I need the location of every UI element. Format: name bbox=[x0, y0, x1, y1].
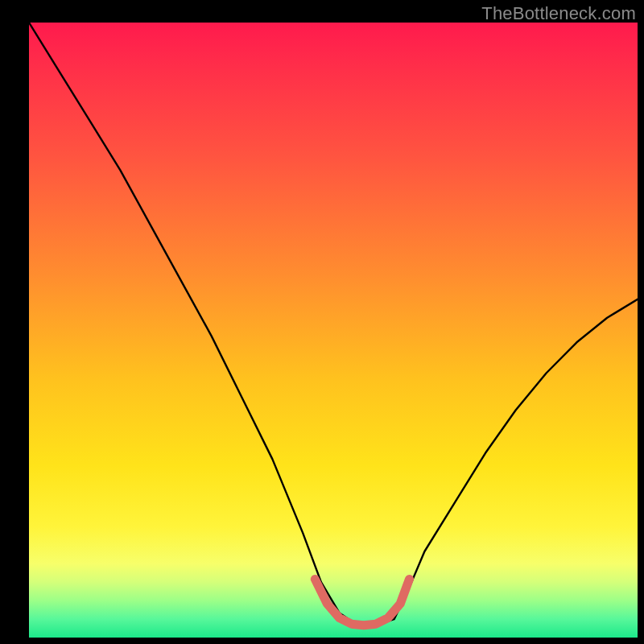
plot-area bbox=[29, 23, 638, 638]
curve-main-path bbox=[29, 23, 638, 625]
watermark-text: TheBottleneck.com bbox=[481, 3, 636, 24]
curve-layer bbox=[29, 23, 638, 638]
chart-frame: TheBottleneck.com bbox=[0, 0, 644, 644]
